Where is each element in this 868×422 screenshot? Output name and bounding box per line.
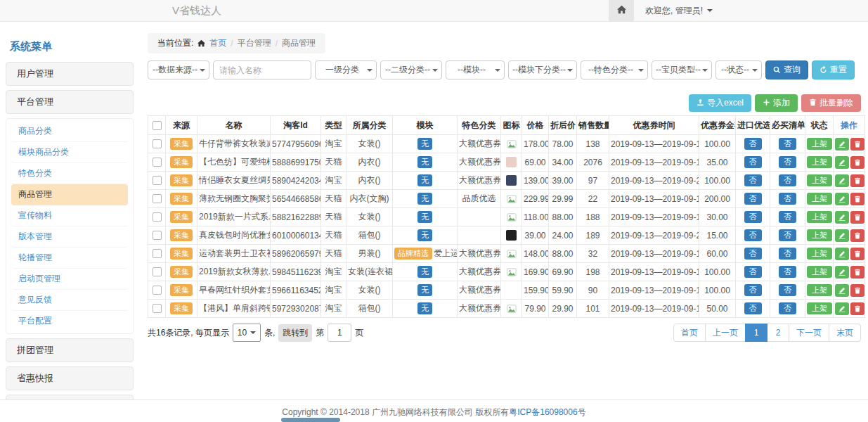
filter-select-feature-category[interactable]: --特色分类-- xyxy=(581,60,648,79)
name-search-input[interactable] xyxy=(213,60,311,79)
home-button[interactable] xyxy=(609,0,634,21)
edit-button[interactable] xyxy=(835,193,849,205)
imported-toggle-button[interactable]: 否 xyxy=(744,174,762,186)
next-page-button[interactable]: 下一页 xyxy=(789,324,829,342)
imported-toggle-button[interactable]: 否 xyxy=(744,266,762,278)
status-button[interactable]: 上架 xyxy=(807,266,832,278)
last-page-button[interactable]: 末页 xyxy=(829,324,861,342)
sidebar-item-bottom-1[interactable]: 省惠快报 xyxy=(6,366,134,390)
edit-button[interactable] xyxy=(835,174,849,187)
row-checkbox[interactable] xyxy=(153,176,162,185)
delete-button[interactable] xyxy=(850,156,864,169)
must-buy-toggle-button[interactable]: 否 xyxy=(779,211,796,223)
edit-button[interactable] xyxy=(835,302,849,315)
must-buy-toggle-button[interactable]: 否 xyxy=(779,266,796,278)
row-checkbox[interactable] xyxy=(153,267,162,276)
query-button[interactable]: 查询 xyxy=(765,60,808,79)
must-buy-toggle-button[interactable]: 否 xyxy=(779,302,796,314)
page-1-button[interactable]: 1 xyxy=(745,324,767,342)
edit-button[interactable] xyxy=(835,138,849,151)
delete-button[interactable] xyxy=(850,266,864,279)
must-buy-toggle-button[interactable]: 否 xyxy=(779,193,796,205)
status-button[interactable]: 上架 xyxy=(807,174,832,186)
prev-page-button[interactable]: 上一页 xyxy=(705,324,746,342)
delete-button[interactable] xyxy=(850,193,864,205)
edit-button[interactable] xyxy=(835,284,849,297)
status-button[interactable]: 上架 xyxy=(807,248,832,260)
status-button[interactable]: 上架 xyxy=(807,156,832,168)
imported-toggle-button[interactable]: 否 xyxy=(744,138,762,150)
edit-button[interactable] xyxy=(835,266,849,279)
delete-button[interactable] xyxy=(850,248,864,260)
batch-delete-button[interactable]: 批量删除 xyxy=(801,94,861,112)
must-buy-toggle-button[interactable]: 否 xyxy=(779,284,796,296)
must-buy-toggle-button[interactable]: 否 xyxy=(779,248,796,260)
sidebar-subitem-2[interactable]: 特色分类 xyxy=(11,163,128,184)
edit-button[interactable] xyxy=(835,248,849,260)
delete-button[interactable] xyxy=(850,174,864,187)
sidebar-subitem-4[interactable]: 宣传物料 xyxy=(11,205,128,226)
must-buy-toggle-button[interactable]: 否 xyxy=(779,138,796,150)
filter-select-data-source[interactable]: --数据来源-- xyxy=(148,60,209,79)
select-all-checkbox[interactable] xyxy=(153,121,162,130)
row-checkbox[interactable] xyxy=(153,158,162,167)
status-button[interactable]: 上架 xyxy=(807,302,832,314)
delete-button[interactable] xyxy=(850,302,864,315)
must-buy-toggle-button[interactable]: 否 xyxy=(779,229,796,241)
status-button[interactable]: 上架 xyxy=(807,138,832,150)
row-checkbox[interactable] xyxy=(153,249,162,258)
sidebar-subitem-5[interactable]: 版本管理 xyxy=(11,226,128,248)
horizontal-scrollbar-thumb[interactable] xyxy=(281,418,340,422)
sidebar-item-bottom-0[interactable]: 拼团管理 xyxy=(6,338,134,362)
filter-select-secondary-category[interactable]: --二级分类-- xyxy=(380,60,442,79)
jump-button[interactable]: 跳转到 xyxy=(278,324,312,342)
status-button[interactable]: 上架 xyxy=(807,211,832,223)
edit-button[interactable] xyxy=(835,211,849,224)
sidebar-subitem-8[interactable]: 意见反馈 xyxy=(11,290,128,311)
breadcrumb-home-link[interactable]: 首页 xyxy=(209,37,226,49)
import-excel-button[interactable]: 导入excel xyxy=(689,94,751,112)
imported-toggle-button[interactable]: 否 xyxy=(744,229,762,241)
first-page-button[interactable]: 首页 xyxy=(673,324,706,342)
must-buy-toggle-button[interactable]: 否 xyxy=(779,174,796,186)
add-button[interactable]: 添加 xyxy=(755,94,798,112)
icp-link[interactable]: 粤ICP备16098006号 xyxy=(509,407,585,418)
sidebar-subitem-7[interactable]: 启动页管理 xyxy=(11,269,128,290)
sidebar-subitem-9[interactable]: 平台配置 xyxy=(11,311,128,331)
user-menu[interactable]: 欢迎您, 管理员! xyxy=(645,5,713,17)
row-checkbox[interactable] xyxy=(153,286,162,295)
reset-button[interactable]: 重置 xyxy=(812,60,855,79)
delete-button[interactable] xyxy=(850,284,864,297)
must-buy-toggle-button[interactable]: 否 xyxy=(779,156,796,168)
row-checkbox[interactable] xyxy=(153,194,162,203)
filter-select-module[interactable]: --模块-- xyxy=(446,60,505,79)
sidebar-item-platform-mgmt[interactable]: 平台管理 xyxy=(6,90,134,114)
sidebar-item-user-mgmt[interactable]: 用户管理 xyxy=(6,62,134,86)
delete-button[interactable] xyxy=(850,138,864,151)
filter-select-module-subcategory[interactable]: --模块下分类-- xyxy=(508,60,577,79)
edit-button[interactable] xyxy=(835,229,849,242)
status-button[interactable]: 上架 xyxy=(807,229,832,241)
sidebar-subitem-3[interactable]: 商品管理 xyxy=(11,184,128,205)
filter-select-item-type[interactable]: --宝贝类型-- xyxy=(652,60,712,79)
imported-toggle-button[interactable]: 否 xyxy=(744,156,762,168)
imported-toggle-button[interactable]: 否 xyxy=(744,284,762,296)
page-2-button[interactable]: 2 xyxy=(767,324,789,342)
filter-select-primary-category[interactable]: 一级分类 xyxy=(315,60,377,79)
imported-toggle-button[interactable]: 否 xyxy=(744,193,762,205)
row-checkbox[interactable] xyxy=(153,139,162,148)
row-checkbox[interactable] xyxy=(153,304,162,313)
sidebar-subitem-1[interactable]: 模块商品分类 xyxy=(11,142,128,163)
status-button[interactable]: 上架 xyxy=(807,193,832,205)
filter-select-status[interactable]: --状态-- xyxy=(715,60,762,79)
status-button[interactable]: 上架 xyxy=(807,284,832,296)
edit-button[interactable] xyxy=(835,156,849,169)
sidebar-item-bottom-2[interactable]: 消息管理 xyxy=(6,395,134,399)
row-checkbox[interactable] xyxy=(153,212,162,222)
jump-page-input[interactable] xyxy=(328,324,351,342)
sidebar-subitem-0[interactable]: 商品分类 xyxy=(11,121,128,142)
imported-toggle-button[interactable]: 否 xyxy=(744,302,762,314)
imported-toggle-button[interactable]: 否 xyxy=(744,211,762,223)
delete-button[interactable] xyxy=(850,229,864,242)
delete-button[interactable] xyxy=(850,211,864,224)
